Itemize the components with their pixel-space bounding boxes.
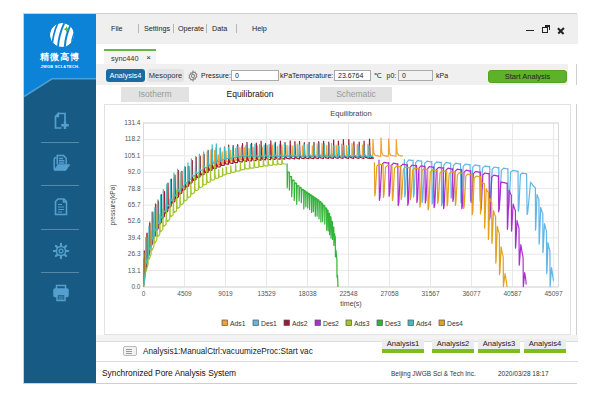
svg-text:Des3: Des3 [385,320,401,327]
svg-text:118.2: 118.2 [125,135,141,142]
svg-text:9019: 9019 [218,290,233,297]
svg-text:40587: 40587 [503,290,521,297]
svg-text:52.6: 52.6 [128,217,141,224]
svg-text:time(s): time(s) [340,300,361,308]
svg-text:65.7: 65.7 [128,201,141,208]
svg-text:105.1: 105.1 [124,152,141,159]
svg-text:27058: 27058 [380,290,398,297]
svg-text:131.4: 131.4 [124,119,141,126]
svg-text:Ads1: Ads1 [230,320,246,327]
svg-text:45097: 45097 [544,290,562,297]
svg-text:Ads2: Ads2 [292,320,308,327]
svg-text:18038: 18038 [298,290,316,297]
svg-text:Equilibration: Equilibration [330,109,371,118]
svg-text:22548: 22548 [339,290,357,297]
svg-text:Des1: Des1 [261,320,277,327]
svg-text:92.0: 92.0 [128,168,141,175]
svg-text:78.8: 78.8 [128,185,141,192]
svg-text:Ads4: Ads4 [416,320,432,327]
svg-text:26.3: 26.3 [128,250,141,257]
svg-text:39.4: 39.4 [128,234,141,241]
svg-text:13.1: 13.1 [128,267,141,274]
svg-text:Des4: Des4 [447,320,463,327]
svg-text:13529: 13529 [257,290,275,297]
svg-text:36077: 36077 [462,290,480,297]
svg-text:31567: 31567 [421,290,439,297]
svg-text:4509: 4509 [177,290,192,297]
svg-text:Ads3: Ads3 [354,320,370,327]
svg-text:0: 0 [142,290,146,297]
svg-text:Des2: Des2 [323,320,339,327]
svg-text:pressure(kPa): pressure(kPa) [109,185,117,226]
svg-text:0.0: 0.0 [131,283,140,290]
